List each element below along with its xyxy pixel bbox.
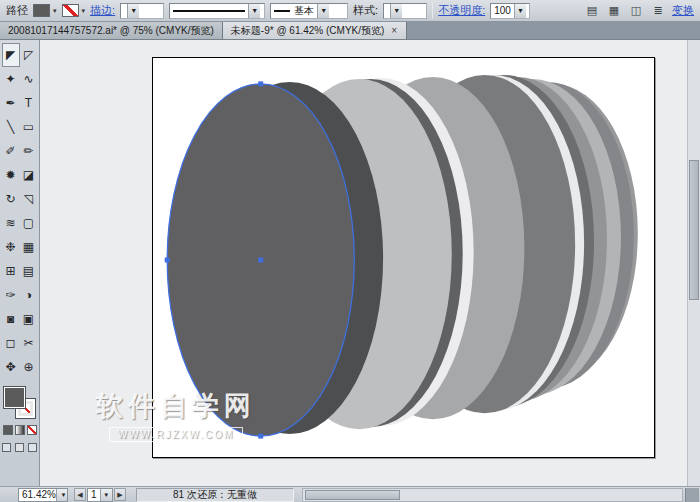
brush-preview-line [274,10,290,12]
profile-dropdown-icon[interactable]: ▼ [248,4,260,18]
artboard-number-dropdown-icon[interactable]: ▼ [100,489,113,501]
brush-dropdown-icon[interactable]: ▼ [317,4,329,18]
paint-mode-row [3,425,37,435]
artboard-navigation: ◀ 1 ▼ ▶ [74,488,126,502]
screen-mode-row [2,443,37,452]
slice-tool[interactable]: ✂ [20,331,38,355]
main-area: ◤◸✦∿✒T╲▭✐✏✹◪↻◹≋▢❉▦⊞▤✑◑◙▣◻✂✥⊕ 软件自 [0,40,700,486]
color-mode-icon[interactable] [3,425,13,435]
horizontal-scrollbar[interactable] [302,488,683,502]
toolbar-divider [432,3,433,19]
brush-definition-combo[interactable]: 基本▼ [270,3,348,19]
horizontal-scrollbar-thumb[interactable] [305,490,400,500]
gradient-tool[interactable]: ▤ [20,259,38,283]
column-graph-tool[interactable]: ▦ [20,235,38,259]
stroke-width-dropdown-icon[interactable]: ▼ [127,4,139,18]
stroke-width-combo[interactable]: ▼ [120,3,164,19]
arrange-documents-icon[interactable]: ◫ [628,3,644,18]
gradient-mode-icon[interactable] [15,425,25,435]
artboard-number-value: 1 [88,489,100,500]
blob-brush-tool[interactable]: ✹ [2,163,20,187]
opacity-value: 100 [494,5,511,16]
fill-dropdown-icon[interactable]: ▾ [53,7,57,15]
control-bar: 路径 ▾ ▾ 描边: ▼ ▼ 基本▼ 样式: ▼ 不透明度: 100▼ ▤ ▦ … [0,0,700,22]
vertical-scrollbar[interactable] [687,40,700,486]
symbol-sprayer-tool[interactable]: ❉ [2,235,20,259]
zoom-level-value: 61.42% [19,489,56,500]
anchor-point[interactable] [258,81,263,86]
tab-document-2-active[interactable]: 未标题-9* @ 61.42% (CMYK/预览) × [223,22,407,39]
tools-panel: ◤◸✦∿✒T╲▭✐✏✹◪↻◹≋▢❉▦⊞▤✑◑◙▣◻✂✥⊕ [0,40,40,486]
selection-type-label: 路径 [6,3,28,18]
next-artboard-button[interactable]: ▶ [114,488,126,501]
mesh-tool[interactable]: ⊞ [2,259,20,283]
brush-value: 基本 [294,4,314,18]
opacity-combo[interactable]: 100▼ [490,3,530,19]
stroke-color-swatch[interactable] [62,4,79,17]
status-indicator: 81 次还原：无重做 [136,488,294,502]
zoom-tool[interactable]: ⊕ [20,355,38,379]
direct-selection-tool[interactable]: ◸ [20,43,38,67]
tool-grid: ◤◸✦∿✒T╲▭✐✏✹◪↻◹≋▢❉▦⊞▤✑◑◙▣◻✂✥⊕ [2,43,38,379]
live-paint-selection-tool[interactable]: ▣ [20,307,38,331]
blend-tool[interactable]: ◑ [20,283,38,307]
fill-stroke-indicator [4,387,36,419]
fill-color-swatch[interactable] [33,4,50,17]
live-paint-bucket-tool[interactable]: ◙ [2,307,20,331]
transform-link[interactable]: 变换 [672,3,694,18]
panel-menu-icon[interactable]: ≣ [650,3,666,18]
none-mode-icon[interactable] [27,425,37,435]
zoom-level-combo[interactable]: 61.42% ▼ [18,488,68,502]
opacity-link[interactable]: 不透明度: [438,3,485,18]
anchor-point[interactable] [258,258,263,263]
document-setup-icon[interactable]: ▤ [584,3,600,18]
eyedropper-tool[interactable]: ✑ [2,283,20,307]
warp-tool[interactable]: ≋ [2,211,20,235]
style-dropdown-icon[interactable]: ▼ [390,4,402,18]
rotate-tool[interactable]: ↻ [2,187,20,211]
style-label: 样式: [353,3,378,18]
status-bar: 61.42% ▼ ◀ 1 ▼ ▶ 81 次还原：无重做 [0,486,700,502]
hand-tool[interactable]: ✥ [2,355,20,379]
scale-tool[interactable]: ◹ [20,187,38,211]
pen-tool[interactable]: ✒ [2,91,20,115]
artboard[interactable] [152,57,655,458]
zoom-dropdown-icon[interactable]: ▼ [56,489,67,501]
vertical-scrollbar-thumb[interactable] [689,160,699,300]
document-tab-bar: 20081017144757572.ai* @ 75% (CMYK/预览) 未标… [0,22,700,40]
magic-wand-tool[interactable]: ✦ [2,67,20,91]
anchor-point[interactable] [165,258,170,263]
artboard-number-combo[interactable]: 1 ▼ [87,488,113,502]
type-tool[interactable]: T [20,91,38,115]
pencil-tool[interactable]: ✏ [20,139,38,163]
fill-swatch-indicator[interactable] [4,387,25,408]
preferences-icon[interactable]: ▦ [606,3,622,18]
paintbrush-tool[interactable]: ✐ [2,139,20,163]
free-transform-tool[interactable]: ▢ [20,211,38,235]
anchor-point[interactable] [258,434,263,439]
lens-cylinder-artwork[interactable] [153,58,654,457]
prev-artboard-button[interactable]: ◀ [74,488,86,501]
full-screen-mode-icon[interactable] [28,443,37,452]
line-segment-tool[interactable]: ╲ [2,115,20,139]
window-resize-corner [685,488,699,502]
rectangle-tool[interactable]: ▭ [20,115,38,139]
artboard-tool[interactable]: ◻ [2,331,20,355]
full-screen-menu-mode-icon[interactable] [15,443,24,452]
stroke-preview-line [173,10,245,12]
selection-tool[interactable]: ◤ [2,43,20,67]
tab-1-title: 20081017144757572.ai* @ 75% (CMYK/预览) [8,24,214,38]
variable-width-profile-combo[interactable]: ▼ [169,3,265,19]
status-text: 81 次还原：无重做 [173,488,257,502]
tab-document-1[interactable]: 20081017144757572.ai* @ 75% (CMYK/预览) [0,22,223,39]
stroke-link[interactable]: 描边: [90,3,115,18]
lasso-tool[interactable]: ∿ [20,67,38,91]
close-icon[interactable]: × [390,25,398,36]
opacity-dropdown-icon[interactable]: ▼ [514,4,526,18]
canvas-area[interactable]: 软件自学网 WWW.RJZXW.COM [40,40,700,486]
normal-screen-mode-icon[interactable] [2,443,11,452]
tab-2-title: 未标题-9* @ 61.42% (CMYK/预览) [231,24,385,38]
stroke-dropdown-icon[interactable]: ▾ [82,7,86,15]
style-combo[interactable]: ▼ [383,3,427,19]
eraser-tool[interactable]: ◪ [20,163,38,187]
